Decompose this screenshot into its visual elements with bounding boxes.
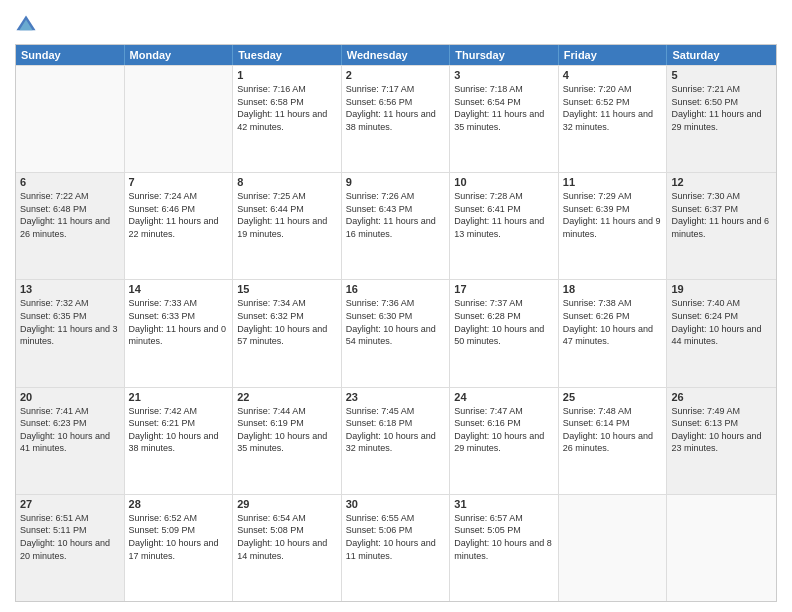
cal-header-wednesday: Wednesday (342, 45, 451, 65)
cal-cell: 4Sunrise: 7:20 AM Sunset: 6:52 PM Daylig… (559, 66, 668, 172)
cal-cell: 9Sunrise: 7:26 AM Sunset: 6:43 PM Daylig… (342, 173, 451, 279)
cell-info: Sunrise: 6:54 AM Sunset: 5:08 PM Dayligh… (237, 512, 337, 562)
cal-header-sunday: Sunday (16, 45, 125, 65)
cell-info: Sunrise: 7:33 AM Sunset: 6:33 PM Dayligh… (129, 297, 229, 347)
page: SundayMondayTuesdayWednesdayThursdayFrid… (0, 0, 792, 612)
calendar: SundayMondayTuesdayWednesdayThursdayFrid… (15, 44, 777, 602)
cal-cell: 19Sunrise: 7:40 AM Sunset: 6:24 PM Dayli… (667, 280, 776, 386)
cal-cell (667, 495, 776, 601)
day-number: 13 (20, 283, 120, 295)
day-number: 24 (454, 391, 554, 403)
calendar-header-row: SundayMondayTuesdayWednesdayThursdayFrid… (16, 45, 776, 65)
cal-header-friday: Friday (559, 45, 668, 65)
day-number: 27 (20, 498, 120, 510)
cal-cell: 27Sunrise: 6:51 AM Sunset: 5:11 PM Dayli… (16, 495, 125, 601)
day-number: 1 (237, 69, 337, 81)
day-number: 8 (237, 176, 337, 188)
cal-cell (16, 66, 125, 172)
cal-cell: 28Sunrise: 6:52 AM Sunset: 5:09 PM Dayli… (125, 495, 234, 601)
day-number: 10 (454, 176, 554, 188)
cell-info: Sunrise: 7:22 AM Sunset: 6:48 PM Dayligh… (20, 190, 120, 240)
day-number: 28 (129, 498, 229, 510)
cell-info: Sunrise: 7:18 AM Sunset: 6:54 PM Dayligh… (454, 83, 554, 133)
day-number: 31 (454, 498, 554, 510)
cal-cell: 14Sunrise: 7:33 AM Sunset: 6:33 PM Dayli… (125, 280, 234, 386)
day-number: 21 (129, 391, 229, 403)
logo (15, 14, 39, 36)
cal-cell: 21Sunrise: 7:42 AM Sunset: 6:21 PM Dayli… (125, 388, 234, 494)
cell-info: Sunrise: 7:24 AM Sunset: 6:46 PM Dayligh… (129, 190, 229, 240)
cell-info: Sunrise: 7:36 AM Sunset: 6:30 PM Dayligh… (346, 297, 446, 347)
cal-cell: 30Sunrise: 6:55 AM Sunset: 5:06 PM Dayli… (342, 495, 451, 601)
cell-info: Sunrise: 7:40 AM Sunset: 6:24 PM Dayligh… (671, 297, 772, 347)
cal-cell: 1Sunrise: 7:16 AM Sunset: 6:58 PM Daylig… (233, 66, 342, 172)
day-number: 23 (346, 391, 446, 403)
cal-cell: 29Sunrise: 6:54 AM Sunset: 5:08 PM Dayli… (233, 495, 342, 601)
cell-info: Sunrise: 7:28 AM Sunset: 6:41 PM Dayligh… (454, 190, 554, 240)
cell-info: Sunrise: 6:55 AM Sunset: 5:06 PM Dayligh… (346, 512, 446, 562)
day-number: 4 (563, 69, 663, 81)
cal-cell: 13Sunrise: 7:32 AM Sunset: 6:35 PM Dayli… (16, 280, 125, 386)
cal-cell: 2Sunrise: 7:17 AM Sunset: 6:56 PM Daylig… (342, 66, 451, 172)
day-number: 5 (671, 69, 772, 81)
cal-cell: 17Sunrise: 7:37 AM Sunset: 6:28 PM Dayli… (450, 280, 559, 386)
day-number: 22 (237, 391, 337, 403)
day-number: 30 (346, 498, 446, 510)
cal-cell: 26Sunrise: 7:49 AM Sunset: 6:13 PM Dayli… (667, 388, 776, 494)
cal-week-2: 6Sunrise: 7:22 AM Sunset: 6:48 PM Daylig… (16, 172, 776, 279)
cal-cell: 10Sunrise: 7:28 AM Sunset: 6:41 PM Dayli… (450, 173, 559, 279)
cell-info: Sunrise: 7:32 AM Sunset: 6:35 PM Dayligh… (20, 297, 120, 347)
cell-info: Sunrise: 7:48 AM Sunset: 6:14 PM Dayligh… (563, 405, 663, 455)
cell-info: Sunrise: 7:20 AM Sunset: 6:52 PM Dayligh… (563, 83, 663, 133)
cell-info: Sunrise: 7:49 AM Sunset: 6:13 PM Dayligh… (671, 405, 772, 455)
cell-info: Sunrise: 7:21 AM Sunset: 6:50 PM Dayligh… (671, 83, 772, 133)
cell-info: Sunrise: 7:42 AM Sunset: 6:21 PM Dayligh… (129, 405, 229, 455)
cal-cell: 8Sunrise: 7:25 AM Sunset: 6:44 PM Daylig… (233, 173, 342, 279)
cal-cell (125, 66, 234, 172)
calendar-body: 1Sunrise: 7:16 AM Sunset: 6:58 PM Daylig… (16, 65, 776, 601)
cal-header-thursday: Thursday (450, 45, 559, 65)
logo-icon (15, 14, 37, 36)
cal-cell: 11Sunrise: 7:29 AM Sunset: 6:39 PM Dayli… (559, 173, 668, 279)
cell-info: Sunrise: 7:17 AM Sunset: 6:56 PM Dayligh… (346, 83, 446, 133)
day-number: 7 (129, 176, 229, 188)
cal-cell: 22Sunrise: 7:44 AM Sunset: 6:19 PM Dayli… (233, 388, 342, 494)
cal-cell (559, 495, 668, 601)
day-number: 25 (563, 391, 663, 403)
cell-info: Sunrise: 7:25 AM Sunset: 6:44 PM Dayligh… (237, 190, 337, 240)
cell-info: Sunrise: 7:45 AM Sunset: 6:18 PM Dayligh… (346, 405, 446, 455)
day-number: 16 (346, 283, 446, 295)
cal-cell: 6Sunrise: 7:22 AM Sunset: 6:48 PM Daylig… (16, 173, 125, 279)
day-number: 9 (346, 176, 446, 188)
day-number: 14 (129, 283, 229, 295)
cal-cell: 3Sunrise: 7:18 AM Sunset: 6:54 PM Daylig… (450, 66, 559, 172)
cal-header-saturday: Saturday (667, 45, 776, 65)
day-number: 20 (20, 391, 120, 403)
cal-cell: 18Sunrise: 7:38 AM Sunset: 6:26 PM Dayli… (559, 280, 668, 386)
cal-header-monday: Monday (125, 45, 234, 65)
cal-header-tuesday: Tuesday (233, 45, 342, 65)
cell-info: Sunrise: 7:47 AM Sunset: 6:16 PM Dayligh… (454, 405, 554, 455)
day-number: 18 (563, 283, 663, 295)
cal-cell: 23Sunrise: 7:45 AM Sunset: 6:18 PM Dayli… (342, 388, 451, 494)
day-number: 3 (454, 69, 554, 81)
cal-cell: 7Sunrise: 7:24 AM Sunset: 6:46 PM Daylig… (125, 173, 234, 279)
header (15, 10, 777, 36)
cal-cell: 20Sunrise: 7:41 AM Sunset: 6:23 PM Dayli… (16, 388, 125, 494)
day-number: 2 (346, 69, 446, 81)
cell-info: Sunrise: 7:29 AM Sunset: 6:39 PM Dayligh… (563, 190, 663, 240)
cell-info: Sunrise: 7:44 AM Sunset: 6:19 PM Dayligh… (237, 405, 337, 455)
cal-cell: 16Sunrise: 7:36 AM Sunset: 6:30 PM Dayli… (342, 280, 451, 386)
cell-info: Sunrise: 6:52 AM Sunset: 5:09 PM Dayligh… (129, 512, 229, 562)
cell-info: Sunrise: 7:16 AM Sunset: 6:58 PM Dayligh… (237, 83, 337, 133)
cal-cell: 12Sunrise: 7:30 AM Sunset: 6:37 PM Dayli… (667, 173, 776, 279)
day-number: 19 (671, 283, 772, 295)
day-number: 12 (671, 176, 772, 188)
cell-info: Sunrise: 7:30 AM Sunset: 6:37 PM Dayligh… (671, 190, 772, 240)
cal-week-4: 20Sunrise: 7:41 AM Sunset: 6:23 PM Dayli… (16, 387, 776, 494)
cal-cell: 15Sunrise: 7:34 AM Sunset: 6:32 PM Dayli… (233, 280, 342, 386)
cal-cell: 24Sunrise: 7:47 AM Sunset: 6:16 PM Dayli… (450, 388, 559, 494)
cal-week-3: 13Sunrise: 7:32 AM Sunset: 6:35 PM Dayli… (16, 279, 776, 386)
day-number: 6 (20, 176, 120, 188)
day-number: 11 (563, 176, 663, 188)
